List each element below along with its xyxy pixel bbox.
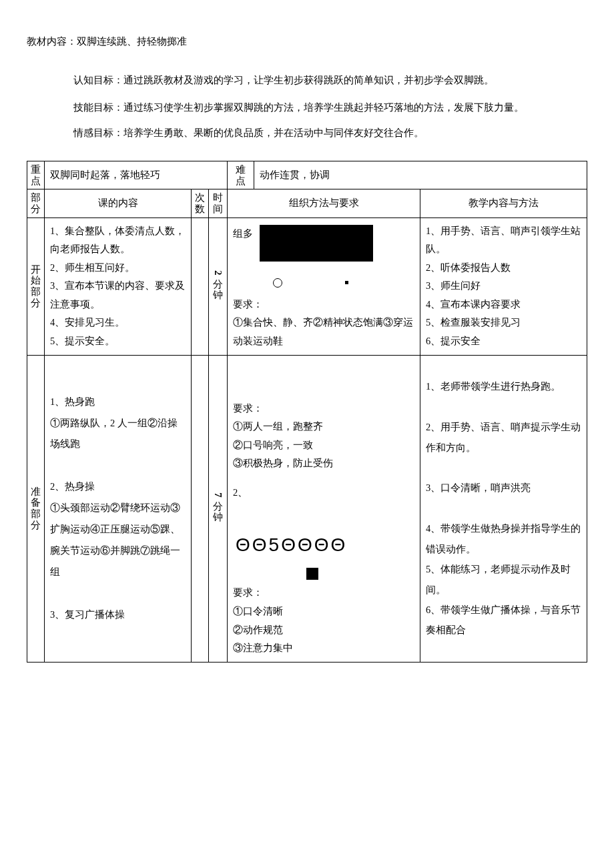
header-methods: 教学内容与方法	[420, 189, 587, 218]
objectives-block: 认知目标：通过跳跃教材及游戏的学习，让学生初步获得跳跃的简单知识，并初步学会双脚…	[27, 69, 587, 144]
cognitive-objective: 认知目标：通过跳跃教材及游戏的学习，让学生初步获得跳跃的简单知识，并初步学会双脚…	[73, 69, 587, 91]
section-prep-duration: 7 分钟	[209, 355, 228, 662]
org-req2-text: ①口令清晰 ②动作规范 ③注意力集中	[233, 602, 414, 658]
section-start-methods: 1、用手势、语言、哨声引领学生站队。 2、听体委报告人数 3、师生问好 4、宣布…	[420, 218, 587, 355]
org-req-text: ①集合快、静、齐②精神状态饱满③穿运动装运动鞋	[233, 314, 414, 350]
focus-row: 重点 双脚同时起落，落地轻巧 难点 动作连贯，协调	[27, 161, 587, 189]
org-item2: 2、	[233, 484, 414, 502]
header-content: 课的内容	[45, 189, 192, 218]
section-prep-content: 1、热身跑 ①两路纵队，2 人一组②沿操场线跑 2、热身操 ①头颈部运动②臂绕环…	[45, 355, 192, 662]
emotion-objective: 情感目标：培养学生勇敢、果断的优良品质，并在活动中与同伴友好交往合作。	[73, 122, 587, 144]
section-prep-label: 准备部分	[27, 355, 45, 662]
org-req1-label: 要求：	[233, 400, 414, 418]
header-times: 次数	[192, 189, 209, 218]
dot-icon	[345, 281, 348, 284]
duration-number: 2	[213, 268, 224, 278]
lesson-plan-table: 重点 双脚同时起落，落地轻巧 难点 动作连贯，协调 部分 课的内容 次数 时间 …	[27, 161, 587, 663]
square-icon	[306, 568, 318, 580]
org-req1-text: ①两人一组，跑整齐 ②口号响亮，一致 ③积极热身，防止受伤	[233, 418, 414, 473]
section-prep: 准备部分 1、热身跑 ①两路纵队，2 人一组②沿操场线跑 2、热身操 ①头颈部运…	[27, 355, 587, 662]
section-prep-methods: 1、老师带领学生进行热身跑。 2、用手势、语言、哨声提示学生动作和方向。 3、口…	[420, 355, 587, 662]
skill-objective: 技能目标：通过练习使学生初步掌握双脚跳的方法，培养学生跳起并轻巧落地的方法，发展…	[73, 97, 587, 119]
difficulty-label: 难点	[228, 161, 254, 189]
circle-icon	[273, 278, 282, 288]
section-prep-organization: 要求： ①两人一组，跑整齐 ②口号响亮，一致 ③积极热身，防止受伤 2、 ΘΘ5…	[228, 355, 420, 662]
org-req2-label: 要求：	[233, 584, 414, 602]
formation-diagram-block	[260, 225, 373, 262]
section-start: 开始部分 1、集合整队，体委清点人数，向老师报告人数。 2、师生相互问好。 3、…	[27, 218, 587, 355]
section-start-label: 开始部分	[27, 218, 45, 355]
header-part: 部分	[27, 189, 45, 218]
org-prefix-text: 组多	[233, 228, 253, 239]
section-start-content: 1、集合整队，体委清点人数，向老师报告人数。 2、师生相互问好。 3、宣布本节课…	[45, 218, 192, 355]
org-req-label: 要求：	[233, 296, 414, 314]
duration-unit: 分钟	[213, 280, 223, 301]
duration-unit: 分钟	[213, 502, 223, 523]
section-prep-times	[192, 355, 209, 662]
section-start-duration: 2 分钟	[209, 218, 228, 355]
header-organization: 组织方法与要求	[228, 189, 420, 218]
material-title: 教材内容：双脚连续跳、持轻物掷准	[27, 33, 587, 49]
header-row: 部分 课的内容 次数 时间 组织方法与要求 教学内容与方法	[27, 189, 587, 218]
section-start-organization: 组多 要求： ①集合快、静、齐②精神状态饱满③穿运动装运动鞋	[228, 218, 420, 355]
section-start-times	[192, 218, 209, 355]
header-duration: 时间	[209, 189, 228, 218]
formation-symbols: ΘΘ5ΘΘΘΘ	[233, 522, 414, 564]
focus-text: 双脚同时起落，落地轻巧	[45, 161, 228, 189]
duration-number: 7	[213, 490, 224, 500]
difficulty-text: 动作连贯，协调	[254, 161, 587, 189]
focus-label: 重点	[27, 161, 45, 189]
